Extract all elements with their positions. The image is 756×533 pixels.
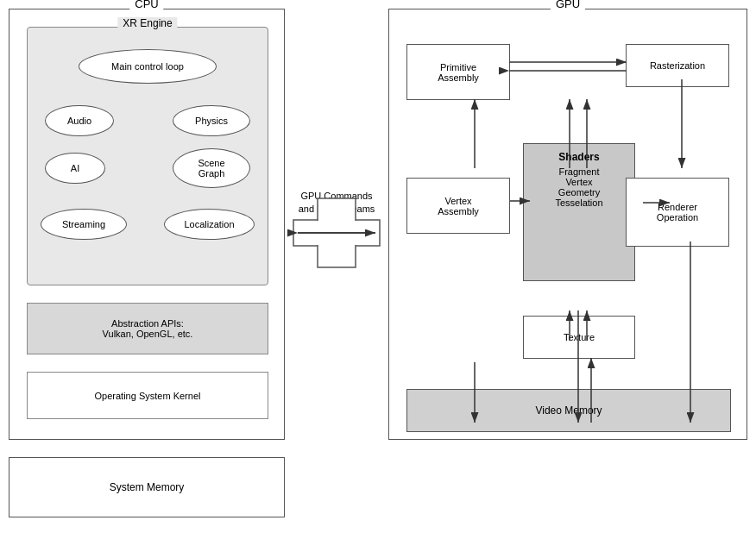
localization-oval: Localization [164,209,255,240]
cpu-label: CPU [129,0,163,10]
physics-label: Physics [195,116,228,126]
primitive-assembly-box: PrimitiveAssembly [406,44,510,100]
svg-rect-2 [293,220,380,246]
primitive-assembly-label: PrimitiveAssembly [438,62,479,83]
system-memory-box: System Memory [9,457,285,517]
gpu-commands-text: GPU Commandsand Data Streams [299,191,375,214]
ai-label: AI [71,163,79,173]
gpu-label: GPU [551,0,585,10]
renderer-operation-label: RendererOperation [657,202,698,223]
scenegraph-label: SceneGraph [198,158,224,179]
os-kernel-box: Operating System Kernel [27,372,268,419]
audio-label: Audio [67,116,91,126]
shaders-box: Shaders FragmentVertexGeometryTesselatio… [523,143,635,281]
gpu-section: GPU PrimitiveAssembly Rasterization Vert… [388,9,747,440]
video-memory-box: Video Memory [406,389,731,432]
streaming-label: Streaming [62,219,105,229]
gpu-commands-label: GPU Commandsand Data Streams [289,190,384,216]
cpu-section: CPU XR Engine Main control loop Audio Ph… [9,9,285,440]
diagram: CPU XR Engine Main control loop Audio Ph… [0,0,756,533]
rasterization-label: Rasterization [650,60,705,71]
audio-oval: Audio [45,105,114,136]
main-loop-label: Main control loop [111,61,184,72]
ai-oval: AI [45,153,105,184]
os-kernel-label: Operating System Kernel [95,391,201,401]
scenegraph-oval: SceneGraph [173,148,250,188]
shaders-types-label: FragmentVertexGeometryTesselation [555,166,602,208]
rasterization-box: Rasterization [626,44,729,87]
renderer-operation-box: RendererOperation [626,178,729,247]
texture-label: Texture [564,332,595,342]
abstraction-apis-label: Abstraction APIs:Vulkan, OpenGL, etc. [103,318,193,339]
main-loop-oval: Main control loop [79,49,217,84]
xr-engine-box: XR Engine Main control loop Audio Physic… [27,27,268,285]
abstraction-apis-box: Abstraction APIs:Vulkan, OpenGL, etc. [27,303,268,354]
xr-engine-label: XR Engine [117,17,177,29]
shaders-title: Shaders [558,151,599,163]
video-memory-label: Video Memory [535,404,602,417]
vertex-assembly-label: VertexAssembly [438,196,479,216]
localization-label: Localization [184,219,234,229]
streaming-oval: Streaming [41,209,127,240]
physics-oval: Physics [173,105,250,136]
system-memory-label: System Memory [110,481,185,493]
svg-rect-4 [294,221,379,245]
texture-box: Texture [523,316,635,359]
vertex-assembly-box: VertexAssembly [406,178,510,234]
